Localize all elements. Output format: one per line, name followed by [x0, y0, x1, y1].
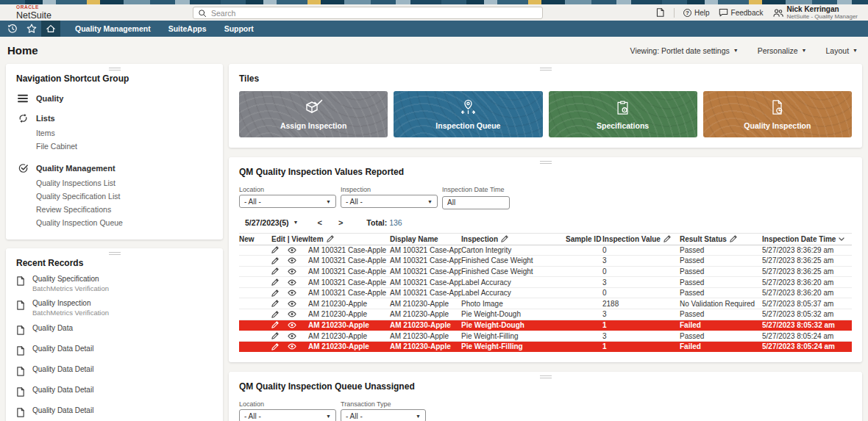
- chevron-down-icon: ▼: [416, 414, 421, 419]
- recent-record-item[interactable]: Quality Data Detail: [16, 365, 213, 379]
- view-eye-icon[interactable]: [288, 268, 304, 275]
- tile-specifications[interactable]: Specifications: [549, 91, 697, 137]
- cell-inspection: Label Accuracy: [461, 289, 566, 297]
- panel-drag-handle[interactable]: [540, 68, 552, 71]
- feedback-link[interactable]: Feedback: [719, 8, 764, 17]
- column-header-result-status[interactable]: Result Status: [680, 235, 762, 243]
- table-row: AM 100321 Case-AppleAM 100321 Case-Apple…: [239, 245, 852, 256]
- home-icon[interactable]: [41, 21, 60, 37]
- panel-drag-handle[interactable]: [109, 68, 121, 71]
- edit-pencil-icon[interactable]: [271, 311, 288, 318]
- view-eye-icon[interactable]: [288, 333, 304, 339]
- view-eye-icon[interactable]: [288, 289, 304, 296]
- view-eye-icon[interactable]: [288, 279, 304, 286]
- feedback-icon: [719, 8, 728, 17]
- view-eye-icon[interactable]: [288, 322, 304, 328]
- sidebar-item-lists[interactable]: Lists: [16, 113, 213, 123]
- cell-item: AM 210230-Apple: [308, 342, 390, 350]
- sidebar-item-quality-inspection-queue[interactable]: Quality Inspection Queue: [36, 216, 213, 229]
- column-header-item[interactable]: Item: [308, 235, 390, 243]
- cell-edit-view: [271, 311, 308, 318]
- recent-record-item[interactable]: Quality Data: [16, 324, 213, 338]
- select-value: - All -: [244, 198, 261, 206]
- cell-item: AM 100321 Case-Apple: [308, 278, 390, 287]
- tile-assign-inspection[interactable]: Assign Inspection: [239, 91, 388, 137]
- column-header-label: Inspection: [461, 235, 498, 243]
- menu-icon: [16, 94, 29, 103]
- sidebar-item-file-cabinet[interactable]: File Cabinet: [36, 140, 213, 153]
- edit-pencil-icon[interactable]: [271, 289, 288, 297]
- values-location-select[interactable]: - All -▼: [239, 195, 336, 208]
- nav-item-suiteapps[interactable]: SuiteApps: [160, 21, 216, 37]
- user-menu[interactable]: Nick Kerringan NetSuite - Quality Manage…: [772, 5, 858, 21]
- new-document-icon[interactable]: [655, 7, 665, 18]
- tile-label: Assign Inspection: [280, 121, 346, 130]
- panel-drag-handle[interactable]: [540, 375, 552, 378]
- inspection-values-table: NewEdit | ViewItemDisplay NameInspection…: [239, 233, 852, 353]
- global-search[interactable]: [193, 7, 543, 19]
- recent-record-item[interactable]: Quality Data Detail: [16, 345, 213, 359]
- view-eye-icon[interactable]: [288, 311, 304, 317]
- column-header-inspection[interactable]: Inspection: [461, 235, 566, 243]
- panel-drag-handle[interactable]: [109, 252, 121, 255]
- nav-item-quality-management[interactable]: Quality Management: [66, 21, 160, 37]
- date-selector-dropdown[interactable]: 5/27/2023(5) ▼: [245, 218, 298, 227]
- edit-pencil-icon[interactable]: [271, 321, 288, 328]
- edit-pencil-icon[interactable]: [271, 332, 288, 339]
- tile-quality-inspection[interactable]: Quality Inspection: [703, 91, 852, 137]
- netsuite-logo[interactable]: ORACLE NetSuite: [16, 5, 51, 20]
- sidebar-item-review-specifications[interactable]: Review Specifications: [36, 203, 213, 216]
- panel-drag-handle[interactable]: [540, 161, 552, 164]
- column-header-label: New: [239, 235, 255, 243]
- lists-icon: [16, 113, 29, 123]
- sidebar-item-quality-inspections-list[interactable]: Quality Inspections List: [36, 176, 213, 190]
- help-link[interactable]: ? Help: [683, 9, 710, 17]
- panel-title: Tiles: [239, 73, 852, 84]
- edit-pencil-icon[interactable]: [271, 278, 288, 286]
- cell-item: AM 210230-Apple: [308, 321, 390, 329]
- queue-location-select[interactable]: - All -▼: [239, 409, 336, 421]
- recent-record-item[interactable]: Quality InspectionBatchMetrics Verificat…: [16, 299, 213, 317]
- recent-record-item[interactable]: Quality Data Detail: [16, 406, 213, 420]
- select-value: - All -: [244, 412, 261, 420]
- recent-record-item[interactable]: Quality SpecificationBatchMetrics Verifi…: [16, 275, 213, 292]
- recent-record-title: Quality Data Detail: [32, 365, 93, 375]
- nav-item-support[interactable]: Support: [216, 21, 263, 37]
- edit-pencil-icon[interactable]: [271, 267, 288, 275]
- oracle-wordmark: ORACLE: [16, 5, 51, 10]
- sidebar-item-quality-specification-list[interactable]: Quality Specification List: [36, 190, 213, 203]
- column-header-inspection-value[interactable]: Inspection Value: [602, 235, 680, 243]
- personalize-dropdown[interactable]: Personalize▼: [758, 46, 807, 55]
- column-header-label: Inspection Date Time: [762, 235, 836, 243]
- previous-page-button[interactable]: <: [314, 218, 324, 227]
- sidebar-item-quality-management[interactable]: Quality Management: [16, 163, 213, 173]
- search-input[interactable]: [211, 9, 538, 18]
- edit-pencil-icon[interactable]: [271, 257, 288, 265]
- edit-pencil-icon[interactable]: [271, 246, 288, 253]
- recent-record-item[interactable]: Quality Data Detail: [16, 386, 213, 400]
- view-eye-icon[interactable]: [288, 343, 304, 350]
- sidebar-item-items[interactable]: Items: [36, 126, 213, 140]
- next-page-button[interactable]: >: [335, 218, 346, 227]
- view-eye-icon[interactable]: [288, 247, 304, 253]
- cell-inspection-value: 3: [602, 256, 680, 265]
- viewing-dropdown[interactable]: Viewing: Portlet date settings▼: [630, 46, 739, 55]
- tile-label: Inspection Queue: [435, 121, 500, 130]
- select-value: - All -: [346, 198, 363, 206]
- favorites-star-icon[interactable]: [22, 21, 41, 37]
- quality-check-icon: [16, 163, 29, 173]
- tile-inspection-queue[interactable]: Inspection Queue: [394, 91, 542, 137]
- column-header-inspection-date-time[interactable]: Inspection Date Time: [762, 235, 852, 243]
- values-inspection-select[interactable]: - All -▼: [341, 195, 438, 208]
- edit-pencil-icon[interactable]: [271, 300, 288, 307]
- view-eye-icon[interactable]: [288, 257, 304, 264]
- page-title-row: Home Viewing: Portlet date settings▼ Per…: [0, 37, 868, 64]
- layout-dropdown[interactable]: Layout▼: [826, 46, 858, 55]
- view-eye-icon[interactable]: [288, 301, 304, 307]
- edit-pencil-icon[interactable]: [271, 343, 288, 350]
- cell-display-name: AM 210230-Apple: [390, 300, 461, 308]
- queue-transaction-type-select[interactable]: - All -▼: [341, 409, 426, 421]
- values-inspection-date-time-input[interactable]: [442, 196, 510, 209]
- recent-history-icon[interactable]: [3, 21, 22, 37]
- sidebar-item-quality[interactable]: Quality: [16, 94, 213, 103]
